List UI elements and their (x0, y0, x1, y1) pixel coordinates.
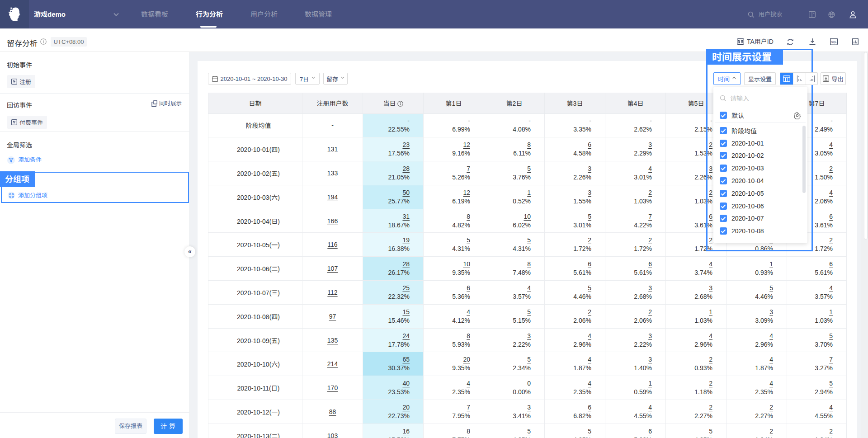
svg-text:SQL: SQL (831, 41, 837, 43)
